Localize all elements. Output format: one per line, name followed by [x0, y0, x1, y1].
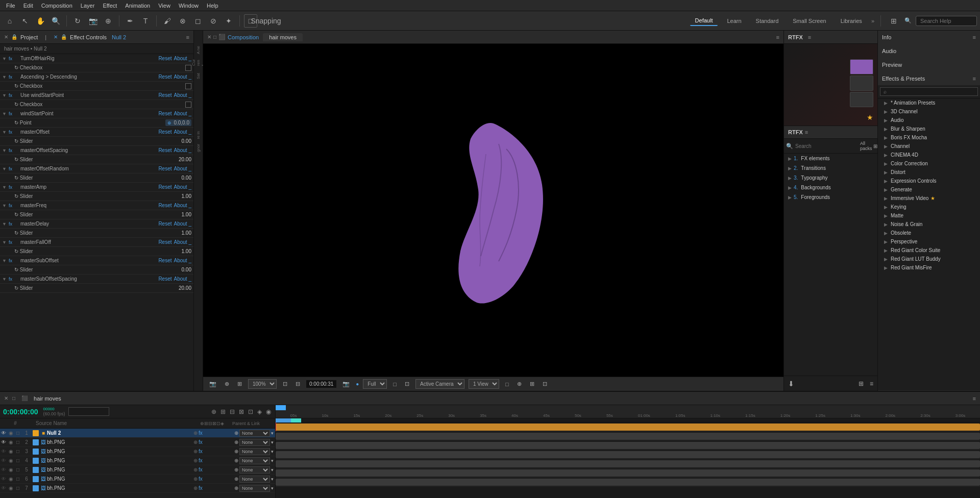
rtfx-star-icon[interactable]: ★	[867, 113, 873, 121]
layer-solo-5[interactable]: ◉	[7, 467, 14, 472]
viewer-fit[interactable]: ⊡	[281, 380, 289, 388]
fx-reset-mos[interactable]: Reset	[158, 147, 172, 153]
rtfx-section-menu[interactable]: ≡	[805, 129, 808, 135]
layer-parent-select-5[interactable]: None	[239, 466, 270, 474]
eraser-tool[interactable]: ◻	[191, 14, 205, 28]
layer-eye-3[interactable]: 👁	[0, 449, 7, 454]
sw-morph-2[interactable]: ⊕	[193, 439, 198, 445]
ep-item-cinema4d[interactable]: ▶ CINEMA 4D	[878, 151, 980, 159]
layer-name-1[interactable]: Null 2	[47, 430, 193, 436]
fx-collapse-md[interactable]: ▼	[2, 221, 7, 227]
panel-lock-project[interactable]: 🔒	[11, 34, 17, 40]
fx-val-mfo[interactable]: 1.00	[161, 248, 191, 254]
fx-reset-mfo[interactable]: Reset	[158, 239, 172, 245]
menu-help[interactable]: Help	[203, 2, 223, 10]
fx-about-md[interactable]: About _	[174, 221, 191, 227]
fx-collapse-turnoff[interactable]: ▼	[2, 56, 7, 61]
fx-reset-asc[interactable]: Reset	[158, 74, 172, 80]
menu-animation[interactable]: Animation	[121, 2, 154, 10]
tl-lock-btn[interactable]: ⊡	[247, 407, 254, 416]
ep-item-channel[interactable]: ▶ Channel	[878, 142, 980, 151]
tl-3d[interactable]: ⊟	[229, 407, 236, 416]
layer-lock-2[interactable]: □	[14, 439, 21, 445]
fx-checkbox-asc[interactable]	[185, 83, 191, 89]
workspace-overflow[interactable]: »	[871, 18, 874, 24]
rtfx-cat-1[interactable]: ▶ 1. FX elements	[784, 154, 877, 163]
menu-view[interactable]: View	[154, 2, 175, 10]
ep-item-3d-channel[interactable]: ▶ 3D Channel	[878, 107, 980, 116]
fx-collapse-mso[interactable]: ▼	[2, 258, 7, 263]
workspace-libraries[interactable]: Libraries	[836, 16, 867, 26]
ep-item-audio[interactable]: ▶ Audio	[878, 116, 980, 124]
fx-val-mor[interactable]: 0.00	[161, 175, 191, 181]
layer-name-4[interactable]: bh.PNG	[47, 458, 193, 463]
fx-about-mso[interactable]: About _	[174, 258, 191, 263]
fx-reset-md[interactable]: Reset	[158, 221, 172, 227]
fx-collapse-mf[interactable]: ▼	[2, 203, 7, 208]
fx-collapse-wind[interactable]: ▼	[2, 93, 7, 98]
ep-item-distort[interactable]: ▶ Distort	[878, 168, 980, 177]
layer-solo-3[interactable]: ◉	[7, 449, 14, 454]
fx-reset-wsp[interactable]: Reset	[158, 111, 172, 116]
fx-about-asc[interactable]: About _	[174, 74, 191, 80]
fx-reset-wind[interactable]: Reset	[158, 92, 172, 98]
layer-name-6[interactable]: bh.PNG	[47, 476, 193, 482]
fx-val-mf[interactable]: 1.00	[161, 212, 191, 217]
tl-close[interactable]: ✕	[4, 395, 8, 401]
comp-lock-icon[interactable]: □	[213, 34, 216, 40]
layer-name-7[interactable]: bh.PNG	[47, 485, 193, 491]
info-header[interactable]: Info ≡	[878, 31, 980, 44]
layer-eye-5[interactable]: 👁	[0, 467, 7, 472]
fx-val-mos[interactable]: 20.00	[161, 157, 191, 162]
tl-tracks-area[interactable]	[276, 422, 980, 498]
fx-reset-mso[interactable]: Reset	[158, 258, 172, 263]
quality-dropdown[interactable]: Full	[363, 379, 387, 389]
layer-parent-select-6[interactable]: None	[239, 476, 270, 483]
viewer-render-btn[interactable]: ⊕	[515, 380, 524, 388]
rtfx-cat-4[interactable]: ▶ 4. Backgrounds	[784, 183, 877, 192]
rtfx-cat-2[interactable]: ▶ 2. Transitions	[784, 163, 877, 173]
layer-parent-arrow-5[interactable]: ▾	[271, 467, 274, 472]
viewer-comp-btn[interactable]: ⊕	[223, 380, 231, 388]
fx-about-mor[interactable]: About _	[174, 166, 191, 171]
ep-item-obsolete[interactable]: ▶ Obsolete	[878, 229, 980, 237]
workspace-standard[interactable]: Standard	[751, 16, 784, 26]
layer-lock-4[interactable]: □	[14, 458, 21, 463]
viewer-aspect[interactable]: ⊟	[293, 380, 302, 388]
fx-collapse-ma[interactable]: ▼	[2, 185, 7, 190]
fx-reset-mo[interactable]: Reset	[158, 129, 172, 135]
panel-menu-ec[interactable]: ≡	[186, 34, 189, 40]
layer-eye-2[interactable]: 👁	[0, 439, 7, 445]
comp-panel-close[interactable]: ✕	[207, 34, 211, 40]
layer-solo-7[interactable]: ◉	[7, 485, 14, 491]
rotate-tool[interactable]: ↻	[71, 14, 84, 28]
tl-motion-blur[interactable]: ⊕	[210, 407, 217, 416]
fx-about-wsp[interactable]: About _	[174, 111, 191, 116]
tl-comment[interactable]: ◉	[265, 407, 272, 416]
sw-fx-6[interactable]: fx	[199, 476, 203, 482]
panel-close-project[interactable]: ✕	[4, 34, 8, 40]
sw-morph-7[interactable]: ⊕	[193, 485, 198, 491]
tl-panel-menu[interactable]: ≡	[973, 395, 976, 402]
tl-camera[interactable]: ⊠	[238, 407, 245, 416]
layer-lock-5[interactable]: □	[14, 467, 21, 472]
rtfx-menu[interactable]: ≡	[808, 34, 811, 40]
fx-about-wind[interactable]: About _	[174, 92, 191, 98]
layer-parent-arrow-1[interactable]: ▾	[271, 431, 274, 436]
pan-tool[interactable]: ⊕	[102, 14, 115, 28]
sw-fx-1[interactable]: fx	[199, 430, 203, 436]
ep-item-generate[interactable]: ▶ Generate	[878, 185, 980, 194]
fx-collapse-asc[interactable]: ▼	[2, 74, 7, 80]
workspace-small-screen[interactable]: Small Screen	[788, 16, 831, 26]
layer-parent-arrow-3[interactable]: ▾	[271, 449, 274, 454]
sw-morph-6[interactable]: ⊕	[193, 476, 198, 482]
fx-val-ma[interactable]: 1.00	[161, 193, 191, 199]
text-tool[interactable]: T	[139, 14, 152, 28]
viewer-fullscreen-btn[interactable]: ⊡	[541, 380, 549, 388]
fx-about-mf[interactable]: About _	[174, 203, 191, 208]
menu-window[interactable]: Window	[175, 2, 203, 10]
audio-header[interactable]: Audio	[878, 44, 980, 58]
tl-lock[interactable]: □	[12, 395, 15, 401]
layout-btn[interactable]: ⊞	[887, 14, 900, 28]
menu-layer[interactable]: Layer	[77, 2, 99, 10]
